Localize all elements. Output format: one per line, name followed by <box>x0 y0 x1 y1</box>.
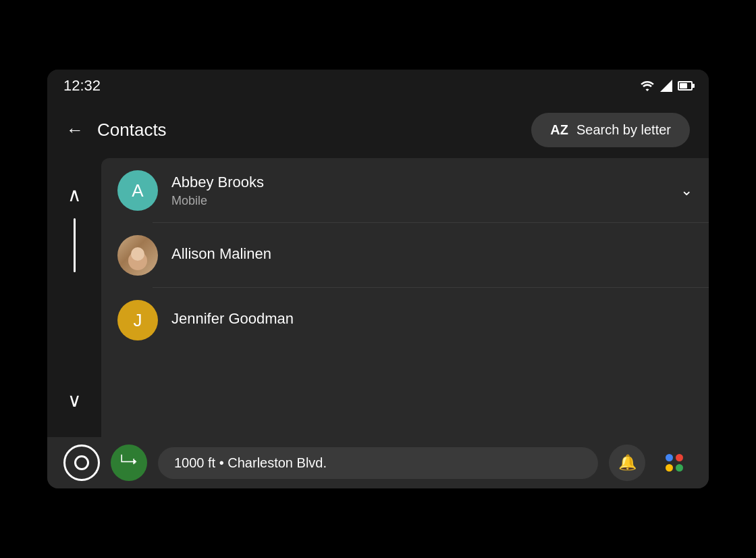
search-by-letter-label: Search by letter <box>576 122 671 138</box>
contact-info-abbey: Abbey Brooks Mobile <box>171 174 667 208</box>
az-icon: AZ <box>550 122 568 138</box>
avatar-abbey: A <box>117 170 158 211</box>
contact-name-allison: Allison Malinen <box>171 245 693 263</box>
google-dots-icon <box>666 454 683 472</box>
home-button[interactable] <box>63 445 100 481</box>
battery-icon <box>678 81 693 91</box>
bell-icon: 🔔 <box>618 454 637 472</box>
scroll-track <box>74 211 76 384</box>
body-area: ∧ ∨ A Abbey Brooks Mobile ⌄ Allison <box>47 158 709 437</box>
avatar-jennifer <box>117 300 158 340</box>
status-icons <box>640 80 693 92</box>
bottom-nav: ⮡ 1000 ft • Charleston Blvd. 🔔 <box>47 437 709 488</box>
dot-green <box>676 464 683 472</box>
scroll-down-button[interactable]: ∨ <box>62 384 87 417</box>
status-bar: 12:32 <box>47 70 709 102</box>
bell-button[interactable]: 🔔 <box>609 445 645 481</box>
contact-item-abbey-brooks[interactable]: A Abbey Brooks Mobile ⌄ <box>101 158 709 223</box>
home-icon <box>74 455 89 470</box>
device-frame: 12:32 ← Contacts AZ Search by letter <box>47 70 709 488</box>
contact-type-abbey: Mobile <box>171 194 667 208</box>
google-assistant-button[interactable] <box>656 445 693 481</box>
expand-icon-abbey[interactable]: ⌄ <box>680 182 693 199</box>
dot-red <box>676 454 683 461</box>
contact-item-allison-malinen[interactable]: Allison Malinen <box>101 223 709 288</box>
scroll-controls: ∧ ∨ <box>47 158 101 437</box>
contact-list: A Abbey Brooks Mobile ⌄ Allison Malinen … <box>101 158 709 437</box>
page-title: Contacts <box>97 120 518 141</box>
svg-marker-0 <box>660 80 672 92</box>
navigation-button[interactable]: ⮡ <box>111 445 147 481</box>
contact-name-abbey: Abbey Brooks <box>171 174 667 191</box>
wifi-icon <box>640 80 655 91</box>
header: ← Contacts AZ Search by letter <box>47 102 709 158</box>
dot-blue <box>666 454 673 461</box>
back-button[interactable]: ← <box>66 120 84 141</box>
contact-name-jennifer: Jennifer Goodman <box>171 310 693 328</box>
dot-yellow <box>666 464 673 472</box>
signal-icon <box>660 80 672 92</box>
status-time: 12:32 <box>63 77 101 95</box>
contact-info-allison: Allison Malinen <box>171 245 693 265</box>
search-by-letter-button[interactable]: AZ Search by letter <box>531 113 690 147</box>
avatar-allison <box>117 235 158 276</box>
scroll-up-button[interactable]: ∧ <box>62 178 87 211</box>
navigation-info-pill: 1000 ft • Charleston Blvd. <box>158 447 598 479</box>
navigation-info-text: 1000 ft • Charleston Blvd. <box>174 455 327 471</box>
contact-info-jennifer: Jennifer Goodman <box>171 310 693 330</box>
contact-item-jennifer-goodman[interactable]: Jennifer Goodman <box>101 288 709 353</box>
turn-arrow-icon: ⮡ <box>120 453 138 474</box>
scroll-indicator <box>74 218 76 272</box>
